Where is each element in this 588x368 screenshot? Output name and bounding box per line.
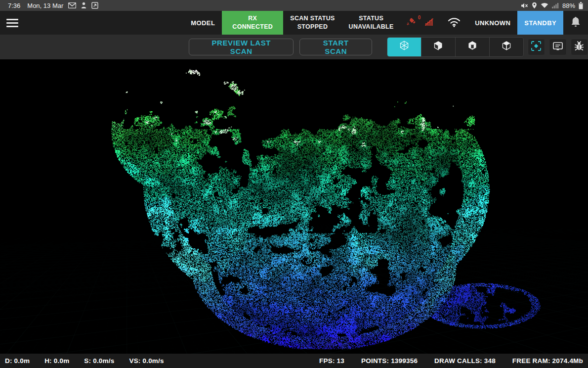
point-cloud-viewport[interactable] bbox=[0, 59, 588, 354]
menu-button[interactable] bbox=[0, 11, 25, 35]
clock-text: 7:36 bbox=[8, 2, 20, 9]
wifi-connection-indicator bbox=[440, 11, 468, 35]
view-mode-solid-left-button[interactable] bbox=[421, 38, 456, 56]
view-mode-wireframe-button[interactable] bbox=[387, 38, 421, 56]
render-stats: FPS: 13 POINTS: 1399356 DRAW CALLS: 348 … bbox=[319, 357, 583, 365]
header-status-group: MODEL RX CONNECTED SCAN STATUS STOPPED S… bbox=[184, 11, 588, 35]
distance-stat: D: 0.0m bbox=[5, 357, 30, 365]
notifications-button[interactable] bbox=[563, 11, 588, 35]
standby-button[interactable]: STANDBY bbox=[517, 11, 563, 35]
model-label: MODEL bbox=[184, 11, 222, 35]
scan-status-line2: STOPPED bbox=[297, 23, 328, 31]
cube-solid-left-icon bbox=[432, 40, 445, 54]
cube-solid-front-icon bbox=[466, 40, 479, 54]
scan-toolbar: PREVIEW LAST SCAN START SCAN bbox=[0, 35, 588, 59]
battery-percent-text: 88% bbox=[562, 2, 575, 9]
height-stat: H: 0.0m bbox=[44, 357, 69, 365]
draw-calls-stat: DRAW CALLS: 348 bbox=[434, 357, 496, 365]
console-log-button[interactable] bbox=[549, 39, 566, 55]
no-signal-icon bbox=[423, 16, 435, 30]
battery-icon bbox=[579, 2, 583, 9]
view-mode-solid-front-button[interactable] bbox=[456, 38, 490, 56]
fps-stat: FPS: 13 bbox=[319, 357, 344, 365]
point-cloud-canvas[interactable] bbox=[0, 59, 588, 354]
device-status-indicator: STATUS UNAVAILABLE bbox=[342, 11, 401, 35]
status-bar-system-icons: 88% bbox=[521, 2, 583, 9]
scan-status-indicator: SCAN STATUS STOPPED bbox=[283, 11, 341, 35]
cellular-signal-icon bbox=[552, 2, 559, 8]
console-display-icon bbox=[552, 40, 564, 54]
telemetry-footer: D: 0.0m H: 0.0m S: 0.0m/s VS: 0.0m/s FPS… bbox=[0, 354, 588, 368]
rx-status-line1: RX bbox=[248, 14, 257, 23]
vertical-speed-stat: VS: 0.0m/s bbox=[129, 357, 164, 365]
hamburger-icon bbox=[6, 19, 18, 27]
rx-status-button[interactable]: RX CONNECTED bbox=[222, 11, 283, 35]
volume-muted-icon bbox=[521, 2, 528, 9]
debug-button[interactable] bbox=[571, 39, 588, 55]
android-status-bar: 7:36 Mon, 13 Mar 88% bbox=[0, 0, 588, 11]
wifi-status-icon bbox=[541, 2, 548, 8]
view-mode-selector bbox=[387, 37, 523, 57]
gmail-notification-icon bbox=[68, 2, 76, 8]
bug-icon bbox=[573, 40, 585, 54]
cube-solid-top-icon bbox=[500, 40, 513, 54]
location-icon bbox=[532, 2, 537, 9]
bell-icon bbox=[570, 16, 581, 30]
view-mode-solid-top-button[interactable] bbox=[490, 38, 523, 56]
points-stat: POINTS: 1399356 bbox=[361, 357, 418, 365]
speed-stat: S: 0.0m/s bbox=[84, 357, 114, 365]
cube-wireframe-icon bbox=[398, 40, 411, 54]
preview-last-scan-button[interactable]: PREVIEW LAST SCAN bbox=[189, 39, 294, 55]
rx-status-line2: CONNECTED bbox=[232, 23, 273, 31]
gnss-satellite-indicator: 0 bbox=[406, 16, 421, 30]
gnss-satellite-count: 0 bbox=[418, 15, 421, 20]
date-text: Mon, 13 Mar bbox=[27, 2, 63, 9]
recenter-view-button[interactable] bbox=[528, 39, 545, 55]
screen-capture-notification-icon bbox=[91, 2, 98, 9]
gnss-indicators: 0 bbox=[401, 11, 441, 35]
wifi-icon bbox=[447, 17, 461, 29]
scan-status-line1: SCAN STATUS bbox=[290, 14, 335, 23]
person-notification-icon bbox=[81, 2, 86, 9]
focus-target-icon bbox=[530, 40, 542, 54]
motion-stats: D: 0.0m H: 0.0m S: 0.0m/s VS: 0.0m/s bbox=[5, 357, 164, 365]
connection-name-label: UNKNOWN bbox=[468, 11, 517, 35]
free-ram-stat: FREE RAM: 2074.4Mb bbox=[512, 357, 583, 365]
device-status-line2: UNAVAILABLE bbox=[349, 23, 394, 31]
app-header: MODEL RX CONNECTED SCAN STATUS STOPPED S… bbox=[0, 11, 588, 35]
device-status-line1: STATUS bbox=[359, 14, 383, 23]
start-scan-button[interactable]: START SCAN bbox=[299, 39, 372, 55]
satellite-icon bbox=[406, 16, 418, 30]
